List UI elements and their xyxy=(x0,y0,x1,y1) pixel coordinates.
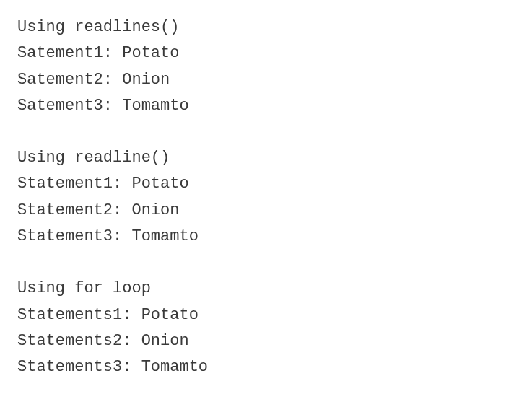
output-block-forloop: Using for loop Statements1: Potato State… xyxy=(17,276,515,380)
block-header: Using readline() xyxy=(17,145,515,171)
output-line: Statement1: Potato xyxy=(17,171,515,197)
output-line: Statements3: Tomamto xyxy=(17,354,515,380)
output-line: Satement3: Tomamto xyxy=(17,93,515,119)
block-header: Using readlines() xyxy=(17,14,515,40)
output-line: Statement3: Tomamto xyxy=(17,224,515,250)
output-line: Statements1: Potato xyxy=(17,302,515,328)
output-block-readline: Using readline() Statement1: Potato Stat… xyxy=(17,145,515,250)
output-line: Satement2: Onion xyxy=(17,67,515,93)
output-line: Statement2: Onion xyxy=(17,198,515,224)
output-line: Satement1: Potato xyxy=(17,40,515,66)
output-line: Statements2: Onion xyxy=(17,328,515,354)
output-block-readlines: Using readlines() Satement1: Potato Sate… xyxy=(17,14,515,119)
block-header: Using for loop xyxy=(17,276,515,302)
